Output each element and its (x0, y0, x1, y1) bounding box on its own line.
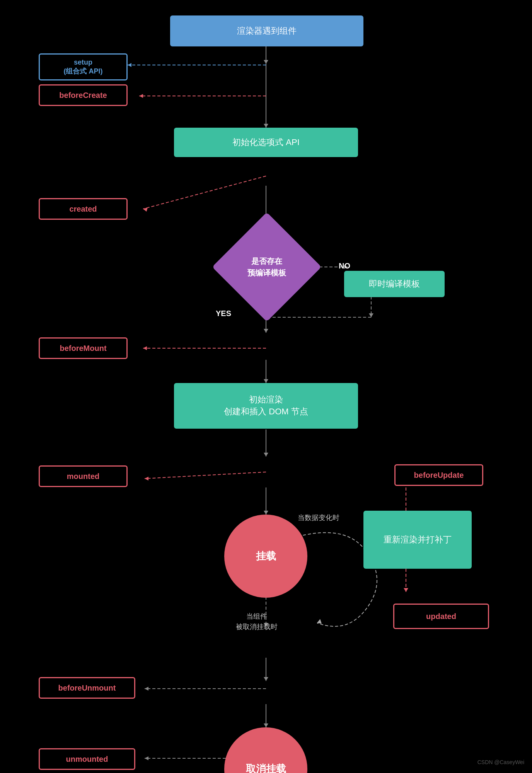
svg-marker-32 (317, 619, 322, 624)
svg-marker-17 (369, 313, 373, 317)
unmounted-box: unmounted (39, 748, 135, 770)
svg-marker-43 (264, 723, 268, 727)
svg-marker-35 (404, 588, 408, 592)
data-change-label: 当数据变化时 (298, 513, 339, 523)
svg-marker-11 (143, 207, 148, 212)
unmount-circle: 取消挂载 (224, 727, 307, 773)
renderer-encounters-box: 渲染器遇到组件 (170, 15, 363, 46)
initial-render-box: 初始渲染 创建和插入 DOM 节点 (174, 383, 358, 429)
yes-label: YES (216, 308, 231, 319)
svg-marker-1 (264, 60, 268, 64)
no-label: NO (339, 260, 350, 272)
before-unmount-box: beforeUnmount (39, 677, 135, 699)
created-box: created (39, 198, 128, 220)
svg-marker-5 (128, 63, 131, 67)
svg-marker-39 (264, 677, 268, 681)
lifecycle-diagram: 渲染器遇到组件 setup (组合式 API) beforeCreate 初始化… (0, 0, 532, 773)
updated-box: updated (393, 604, 489, 629)
svg-marker-3 (264, 124, 268, 128)
watermark: CSDN @CaseyWei (477, 759, 524, 765)
before-mount-box: beforeMount (39, 337, 128, 359)
svg-marker-31 (264, 511, 268, 515)
before-create-box: beforeCreate (39, 84, 128, 106)
precompiled-diamond-wrapper: 是否存在 预编译模板 (189, 228, 344, 306)
init-options-box: 初始化选项式 API (174, 128, 358, 157)
svg-line-10 (143, 176, 266, 209)
svg-line-28 (145, 472, 266, 479)
svg-marker-41 (145, 687, 148, 691)
svg-marker-29 (145, 477, 148, 481)
jit-compile-box: 即时编译模板 (344, 271, 445, 297)
svg-marker-23 (143, 346, 147, 350)
mount-circle: 挂载 (224, 515, 307, 598)
unmount-trigger-label: 当组件 被取消挂载时 (236, 611, 278, 632)
re-render-box: 重新渲染并打补丁 (363, 511, 472, 569)
setup-box: setup (组合式 API) (39, 53, 128, 80)
svg-marker-25 (264, 379, 268, 383)
svg-marker-27 (264, 453, 268, 457)
precompiled-diamond (212, 212, 322, 322)
mounted-box: mounted (39, 465, 128, 487)
svg-marker-45 (145, 756, 148, 760)
svg-marker-7 (139, 94, 143, 98)
svg-marker-21 (264, 329, 268, 333)
before-update-box: beforeUpdate (394, 464, 483, 486)
